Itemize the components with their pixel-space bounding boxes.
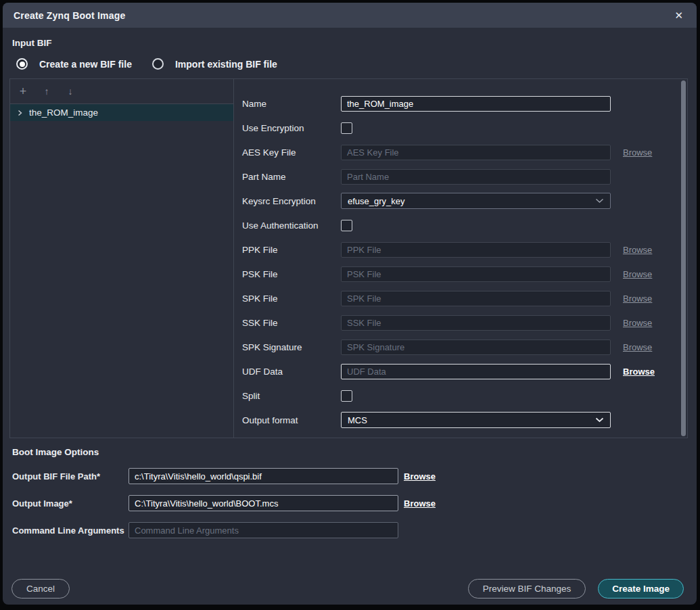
- ssk-file-browse-link[interactable]: Browse: [623, 318, 652, 328]
- ppk-file-label: PPK File: [242, 245, 341, 255]
- dialog-footer: Cancel Preview BIF Changes Create Image: [11, 579, 684, 599]
- name-label: Name: [242, 99, 341, 109]
- part-name-label: Part Name: [242, 172, 341, 182]
- chevron-down-icon: [595, 198, 604, 204]
- spk-signature-browse-link[interactable]: Browse: [623, 342, 652, 352]
- spk-file-label: SPK File: [242, 294, 341, 304]
- chevron-right-icon: [17, 110, 23, 116]
- form-row-output-format: Output format MCS: [234, 408, 687, 432]
- form-row-spk-file: SPK File Browse: [234, 286, 687, 310]
- output-bif-file-path-input[interactable]: [129, 468, 398, 484]
- keysrc-encryption-value: efuse_gry_key: [348, 196, 405, 206]
- spk-signature-label: SPK Signature: [242, 342, 341, 352]
- aes-key-file-label: AES Key File: [242, 147, 341, 158]
- input-bif-section-label: Input BIF: [12, 38, 697, 48]
- bif-tree-panel: + ↑ ↓ the_ROM_image: [10, 79, 234, 438]
- udf-data-label: UDF Data: [242, 367, 341, 377]
- dialog-titlebar: Create Zynq Boot Image ✕: [3, 3, 697, 28]
- boot-row-command-line-arguments: Command Line Arguments: [3, 517, 697, 544]
- output-bif-file-path-label: Output BIF File Path*: [12, 471, 129, 482]
- part-name-input[interactable]: [341, 169, 611, 185]
- move-down-icon[interactable]: ↓: [66, 87, 75, 96]
- form-row-psk-file: PSK File Browse: [234, 262, 687, 286]
- footer-action-group: Preview BIF Changes Create Image: [468, 579, 684, 599]
- move-up-icon[interactable]: ↑: [42, 87, 51, 96]
- form-row-ssk-file: SSK File Browse: [234, 310, 687, 335]
- form-row-part-name: Part Name: [234, 164, 687, 189]
- radio-create-new-bif[interactable]: Create a new BIF file: [16, 58, 132, 70]
- radio-selected-icon: [16, 58, 28, 70]
- form-row-ppk-file: PPK File Browse: [234, 237, 687, 262]
- boot-row-output-bif-file-path: Output BIF File Path* Browse: [3, 463, 697, 490]
- close-icon[interactable]: ✕: [672, 9, 686, 22]
- boot-image-options-section-label: Boot Image Options: [12, 447, 697, 457]
- output-format-select[interactable]: MCS: [341, 412, 611, 428]
- form-row-spk-signature: SPK Signature Browse: [234, 335, 687, 359]
- radio-label: Import existing BIF file: [175, 59, 277, 70]
- udf-data-browse-link[interactable]: Browse: [623, 367, 655, 377]
- chevron-down-icon: [595, 417, 604, 423]
- ppk-file-input[interactable]: [341, 242, 611, 258]
- use-authentication-label: Use Authentication: [242, 220, 341, 231]
- command-line-arguments-label: Command Line Arguments: [12, 525, 129, 536]
- use-authentication-checkbox[interactable]: [341, 220, 352, 231]
- spk-file-input[interactable]: [341, 291, 611, 306]
- tree-item-label: the_ROM_image: [29, 108, 98, 118]
- radio-label: Create a new BIF file: [39, 59, 132, 70]
- psk-file-input[interactable]: [341, 266, 611, 282]
- radio-unselected-icon: [152, 58, 164, 70]
- command-line-arguments-input[interactable]: [129, 522, 398, 538]
- ssk-file-label: SSK File: [242, 318, 341, 328]
- udf-data-input[interactable]: [341, 364, 611, 379]
- aes-key-file-browse-link[interactable]: Browse: [623, 147, 652, 158]
- form-row-name: Name: [234, 91, 687, 116]
- form-row-split: Split: [234, 383, 687, 408]
- spk-file-browse-link[interactable]: Browse: [623, 294, 652, 304]
- tree-item-the-rom-image[interactable]: the_ROM_image: [10, 104, 233, 121]
- split-checkbox[interactable]: [341, 390, 352, 402]
- aes-key-file-input[interactable]: [341, 145, 611, 160]
- dialog-title: Create Zynq Boot Image: [14, 10, 125, 21]
- bif-mode-radio-group: Create a new BIF file Import existing BI…: [16, 58, 697, 70]
- keysrc-encryption-select[interactable]: efuse_gry_key: [341, 193, 611, 209]
- radio-import-existing-bif[interactable]: Import existing BIF file: [152, 58, 277, 70]
- psk-file-browse-link[interactable]: Browse: [623, 269, 652, 279]
- use-encryption-label: Use Encryption: [242, 123, 341, 133]
- output-format-value: MCS: [348, 415, 367, 425]
- bif-editor-panels: + ↑ ↓ the_ROM_image Name Use Encryption: [9, 78, 688, 438]
- create-image-button[interactable]: Create Image: [598, 579, 684, 599]
- keysrc-encryption-label: Keysrc Encryption: [242, 196, 341, 206]
- name-input[interactable]: [341, 96, 611, 112]
- form-row-aes-key-file: AES Key File Browse: [234, 140, 687, 164]
- output-image-browse-link[interactable]: Browse: [404, 498, 436, 509]
- split-label: Split: [242, 391, 341, 401]
- psk-file-label: PSK File: [242, 269, 341, 279]
- boot-image-options-rows: Output BIF File Path* Browse Output Imag…: [3, 463, 697, 544]
- ppk-file-browse-link[interactable]: Browse: [623, 245, 652, 255]
- output-format-label: Output format: [242, 415, 341, 425]
- output-image-input[interactable]: [129, 495, 398, 511]
- tree-toolbar: + ↑ ↓: [10, 79, 233, 104]
- spk-signature-input[interactable]: [341, 339, 611, 355]
- add-icon[interactable]: +: [18, 85, 28, 97]
- form-row-use-encryption: Use Encryption: [234, 116, 687, 140]
- output-image-label: Output Image*: [12, 498, 129, 509]
- ssk-file-input[interactable]: [341, 315, 611, 331]
- form-row-use-authentication: Use Authentication: [234, 213, 687, 237]
- output-bif-file-path-browse-link[interactable]: Browse: [404, 471, 436, 482]
- screen: Create Zynq Boot Image ✕ Input BIF Creat…: [0, 0, 700, 610]
- create-zynq-boot-image-dialog: Create Zynq Boot Image ✕ Input BIF Creat…: [3, 3, 697, 605]
- form-row-udf-data: UDF Data Browse: [234, 359, 687, 383]
- use-encryption-checkbox[interactable]: [341, 122, 352, 134]
- form-row-keysrc-encryption: Keysrc Encryption efuse_gry_key: [234, 189, 687, 213]
- preview-bif-changes-button[interactable]: Preview BIF Changes: [468, 579, 586, 599]
- bif-attributes-form: Name Use Encryption AES Key File Browse …: [234, 79, 687, 438]
- boot-row-output-image: Output Image* Browse: [3, 490, 697, 517]
- cancel-button[interactable]: Cancel: [11, 579, 70, 599]
- vertical-scrollbar[interactable]: [681, 80, 686, 436]
